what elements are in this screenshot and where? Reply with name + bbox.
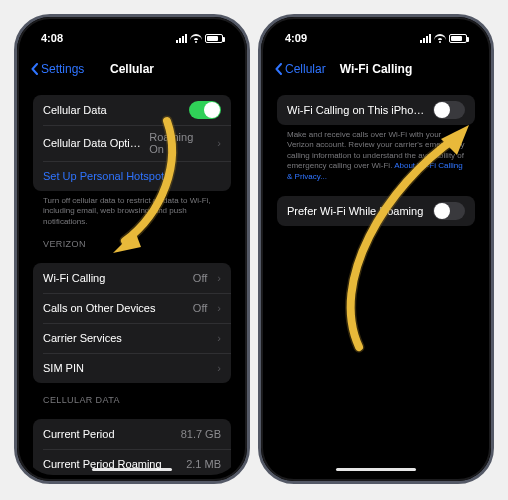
row-personal-hotspot[interactable]: Set Up Personal Hotspot: [33, 161, 231, 191]
toggle-prefer-roaming[interactable]: [433, 202, 465, 220]
label: Prefer Wi-Fi While Roaming: [287, 205, 425, 217]
label: Cellular Data: [43, 104, 181, 116]
toggle-cellular-data[interactable]: [189, 101, 221, 119]
label: Carrier Services: [43, 332, 207, 344]
value: Off: [193, 272, 207, 284]
group-wifi-calling-main: Wi-Fi Calling on This iPhone: [277, 95, 475, 125]
group-prefer-roaming: Prefer Wi-Fi While Roaming: [277, 196, 475, 226]
status-indicators: [420, 34, 467, 43]
chevron-left-icon: [275, 63, 283, 75]
row-cellular-data-options[interactable]: Cellular Data Options Roaming On ›: [33, 125, 231, 161]
notch: [82, 20, 182, 42]
label: Cellular Data Options: [43, 137, 141, 149]
toggle-wifi-calling[interactable]: [433, 101, 465, 119]
wifi-icon: [434, 34, 446, 43]
group-cellular: Cellular Data Cellular Data Options Roam…: [33, 95, 231, 191]
battery-icon: [205, 34, 223, 43]
row-prefer-wifi-roaming[interactable]: Prefer Wi-Fi While Roaming: [277, 196, 475, 226]
label: Current Period: [43, 428, 173, 440]
settings-content[interactable]: Cellular Data Cellular Data Options Roam…: [23, 85, 241, 475]
chevron-right-icon: ›: [217, 302, 221, 314]
page-title: Wi-Fi Calling: [340, 62, 413, 76]
row-calls-other-devices[interactable]: Calls on Other Devices Off ›: [33, 293, 231, 323]
nav-bar: Settings Cellular: [23, 53, 241, 85]
label: Set Up Personal Hotspot: [43, 170, 221, 182]
chevron-right-icon: ›: [217, 272, 221, 284]
status-time: 4:08: [41, 32, 63, 44]
row-cellular-data[interactable]: Cellular Data: [33, 95, 231, 125]
status-indicators: [176, 34, 223, 43]
group-footer: Turn off cellular data to restrict all d…: [33, 191, 231, 227]
section-header-carrier: VERIZON: [33, 227, 231, 253]
label: Wi-Fi Calling on This iPhone: [287, 104, 425, 116]
value: 2.1 MB: [186, 458, 221, 470]
row-wifi-calling-on-this-iphone[interactable]: Wi-Fi Calling on This iPhone: [277, 95, 475, 125]
row-carrier-services[interactable]: Carrier Services ›: [33, 323, 231, 353]
row-wifi-calling[interactable]: Wi-Fi Calling Off ›: [33, 263, 231, 293]
back-button[interactable]: Settings: [31, 62, 110, 76]
settings-content[interactable]: Wi-Fi Calling on This iPhone Make and re…: [267, 85, 485, 475]
chevron-right-icon: ›: [217, 332, 221, 344]
battery-icon: [449, 34, 467, 43]
back-label: Settings: [41, 62, 84, 76]
notch: [326, 20, 426, 42]
group-footer: Make and receive calls over Wi-Fi with y…: [277, 125, 475, 182]
back-label: Cellular: [285, 62, 326, 76]
nav-bar: Cellular Wi-Fi Calling: [267, 53, 485, 85]
section-header-data: CELLULAR DATA: [33, 383, 231, 409]
screen: 4:09 Cellular Wi-Fi Calling Wi-F: [267, 23, 485, 475]
status-time: 4:09: [285, 32, 307, 44]
value: Off: [193, 302, 207, 314]
value: Roaming On: [149, 131, 207, 155]
chevron-right-icon: ›: [217, 137, 221, 149]
home-indicator[interactable]: [336, 468, 416, 471]
label: Calls on Other Devices: [43, 302, 185, 314]
home-indicator[interactable]: [92, 468, 172, 471]
wifi-icon: [190, 34, 202, 43]
group-data: Current Period 81.7 GB Current Period Ro…: [33, 419, 231, 475]
stage: 4:08 Settings Cellular Cellular: [0, 0, 508, 500]
row-current-period[interactable]: Current Period 81.7 GB: [33, 419, 231, 449]
phone-wifi-calling: 4:09 Cellular Wi-Fi Calling Wi-F: [258, 14, 494, 484]
page-title: Cellular: [110, 62, 154, 76]
row-current-period-roaming[interactable]: Current Period Roaming 2.1 MB: [33, 449, 231, 475]
chevron-left-icon: [31, 63, 39, 75]
group-carrier: Wi-Fi Calling Off › Calls on Other Devic…: [33, 263, 231, 383]
label: SIM PIN: [43, 362, 207, 374]
screen: 4:08 Settings Cellular Cellular: [23, 23, 241, 475]
label: Wi-Fi Calling: [43, 272, 185, 284]
chevron-right-icon: ›: [217, 362, 221, 374]
value: 81.7 GB: [181, 428, 221, 440]
row-sim-pin[interactable]: SIM PIN ›: [33, 353, 231, 383]
phone-cellular: 4:08 Settings Cellular Cellular: [14, 14, 250, 484]
back-button[interactable]: Cellular: [275, 62, 340, 76]
